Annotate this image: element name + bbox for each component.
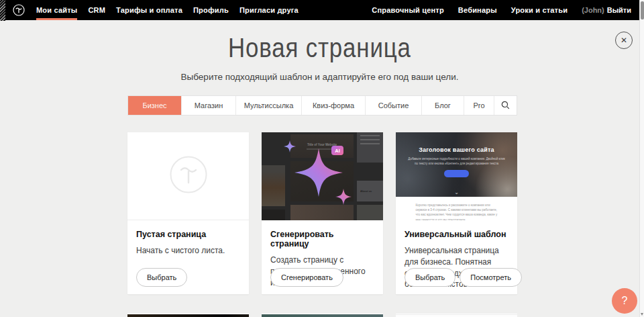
page-title: Новая страница: [228, 32, 411, 64]
nav-item-crm[interactable]: CRM: [88, 6, 105, 14]
tab-shop[interactable]: Магазин: [181, 96, 235, 115]
logout-link[interactable]: Выйти: [607, 6, 631, 14]
generate-button[interactable]: Сгенерировать: [270, 268, 343, 287]
template-hero-subtext: Добавьте интересные подробности о вашей …: [408, 157, 505, 167]
select-button[interactable]: Выбрать: [405, 268, 455, 287]
search-icon: [501, 101, 510, 111]
card-title: Пустая страница: [136, 230, 240, 239]
template-paragraph-text: Коротко представьтесь и расскажите о ком…: [416, 203, 498, 220]
card-body: Универсальный шаблон Универсальная стран…: [396, 220, 517, 294]
template-card-ai-generate: Title of Your Website About us: [262, 132, 383, 294]
tab-event[interactable]: Событие: [365, 96, 421, 115]
universal-template-preview: Заголовок вашего сайта Добавьте интересн…: [396, 132, 517, 220]
tab-search[interactable]: [494, 96, 517, 115]
tilda-watermark-icon: [170, 156, 207, 196]
blank-page-preview: [127, 132, 249, 220]
nav-item-my-sites[interactable]: Мои сайты: [36, 6, 77, 14]
top-navbar: Мои сайты CRM Тарифы и оплата Профиль Пр…: [5, 0, 639, 20]
desktop-pattern-strip: [0, 0, 5, 21]
template-card-blank-page: Пустая страница Начать с чистого листа. …: [127, 132, 249, 294]
tab-pro[interactable]: Pro: [464, 96, 494, 115]
card-actions: Выбрать: [136, 268, 187, 287]
tab-blog[interactable]: Блог: [421, 96, 464, 115]
nav-item-profile[interactable]: Профиль: [193, 6, 229, 14]
ai-sparkle-small-icon: [335, 189, 352, 205]
template-paragraph-block: Коротко представьтесь и расскажите о ком…: [396, 197, 517, 220]
card-actions: Сгенерировать: [270, 268, 343, 287]
tab-business[interactable]: Бизнес: [128, 96, 181, 115]
card-title: Сгенерировать страницу: [270, 230, 374, 248]
template-card-peek: [396, 314, 517, 317]
nav-item-help-center[interactable]: Справочный центр: [372, 6, 444, 14]
tab-multilink[interactable]: Мультиссылка: [235, 96, 301, 115]
template-card-peek: [127, 314, 249, 317]
select-button[interactable]: Выбрать: [136, 268, 187, 287]
tilda-logo-icon[interactable]: [13, 4, 25, 16]
ai-sparkle-small-icon: [284, 140, 296, 152]
template-card-peek: [262, 314, 383, 317]
card-description: Начать с чистого листа.: [136, 245, 240, 257]
page-title-wrap: Новая страница: [0, 32, 639, 64]
navbar-right-group: Справочный центр Вебинары Уроки и статьи…: [358, 6, 639, 14]
nav-item-tariffs[interactable]: Тарифы и оплата: [116, 6, 182, 14]
ai-badge: AI: [331, 146, 343, 155]
ai-generate-preview: Title of Your Website About us: [262, 132, 383, 220]
card-title: Универсальный шаблон: [405, 230, 508, 239]
card-body: Пустая страница Начать с чистого листа. …: [127, 220, 249, 294]
card-body: Сгенерировать страницу Создать страницу …: [262, 220, 383, 294]
nav-item-lessons[interactable]: Уроки и статьи: [511, 6, 568, 14]
card-actions: Выбрать Посмотреть: [405, 268, 522, 287]
user-name: (John): [582, 6, 604, 14]
template-hero-image: Заголовок вашего сайта Добавьте интересн…: [396, 132, 517, 197]
template-hero-headline: Заголовок вашего сайта: [396, 146, 517, 153]
page-subtitle: Выберите подходящий шаблон и адаптируйте…: [0, 72, 639, 82]
template-hero-cta-button: [444, 170, 469, 177]
vertical-scrollbar[interactable]: [639, 0, 644, 317]
help-button[interactable]: ?: [612, 288, 637, 314]
tab-quiz-form[interactable]: Квиз-форма: [301, 96, 365, 115]
scrollbar-down-arrow-icon[interactable]: [641, 313, 643, 316]
template-category-tabs: Бизнес Магазин Мультиссылка Квиз-форма С…: [127, 95, 517, 116]
nav-item-webinars[interactable]: Вебинары: [458, 6, 497, 14]
question-mark-icon: ?: [622, 295, 628, 307]
nav-item-invite-friend[interactable]: Пригласи друга: [239, 6, 299, 14]
scrollbar-thumb[interactable]: [641, 1, 644, 19]
chevron-down-icon: ⌄: [396, 190, 517, 195]
preview-button[interactable]: Посмотреть: [460, 268, 522, 287]
template-card-universal: Заголовок вашего сайта Добавьте интересн…: [396, 132, 517, 294]
